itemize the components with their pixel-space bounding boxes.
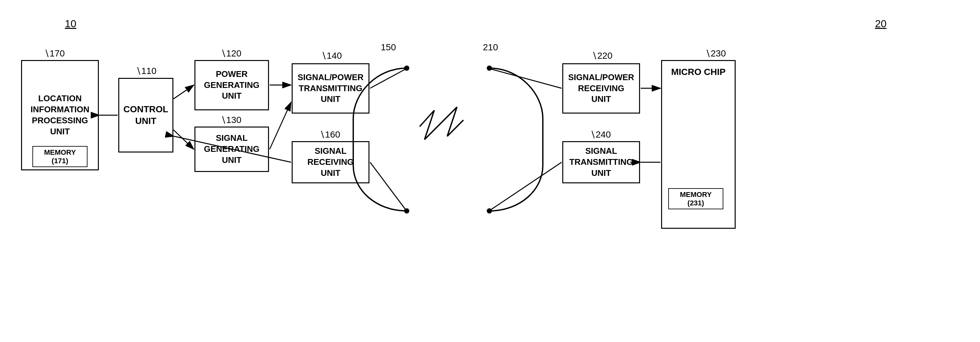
control-unit-block: CONTROLUNIT — [118, 78, 173, 152]
svg-line-2 — [173, 85, 194, 99]
svg-line-13 — [370, 162, 406, 210]
memory-171-block: MEMORY(171) — [32, 146, 88, 167]
svg-line-3 — [173, 130, 194, 149]
ref-170: ∖170 — [44, 48, 65, 59]
svg-line-5 — [270, 102, 291, 149]
system-right-label: 20 — [875, 18, 887, 30]
signal-tx-block: SIGNALTRANSMITTINGUNIT — [562, 141, 640, 183]
ref-130: ∖130 — [220, 115, 242, 125]
svg-line-15 — [490, 162, 562, 210]
ref-220: ∖220 — [592, 50, 612, 61]
svg-point-8 — [404, 66, 409, 71]
ref-110: ∖110 — [135, 66, 156, 76]
ref-150: 150 — [381, 42, 396, 53]
svg-line-12 — [370, 69, 406, 88]
svg-point-9 — [404, 208, 409, 214]
svg-line-14 — [490, 69, 562, 88]
signal-gen-block: SIGNALGENERATINGUNIT — [194, 126, 269, 172]
ref-240: ∖240 — [590, 129, 611, 140]
svg-point-10 — [487, 66, 492, 71]
ref-120: ∖120 — [220, 48, 242, 59]
svg-point-11 — [487, 208, 492, 214]
ref-160: ∖160 — [319, 129, 340, 140]
signal-rx-block: SIGNALRECEIVINGUNIT — [292, 141, 369, 183]
memory-231-block: MEMORY(231) — [668, 188, 723, 209]
signal-power-tx-block: SIGNAL/POWERTRANSMITTINGUNIT — [292, 63, 369, 113]
power-gen-block: POWERGENERATINGUNIT — [194, 60, 269, 110]
signal-power-rx-block: SIGNAL/POWERRECEIVINGUNIT — [562, 63, 640, 113]
diagram: 10 20 LOCATIONINFORMATIONPROCESSINGUNIT … — [0, 0, 980, 342]
ref-140: ∖140 — [321, 50, 342, 61]
ref-230: ∖230 — [705, 48, 726, 59]
ref-210: 210 — [483, 42, 498, 53]
system-left-label: 10 — [65, 18, 76, 30]
